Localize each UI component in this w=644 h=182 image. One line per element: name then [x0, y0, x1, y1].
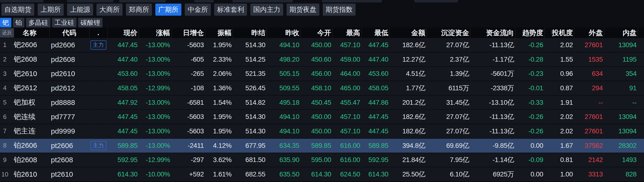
- cell-locked-funds: 31.45亿: [426, 98, 470, 107]
- table-row-pd9999[interactable]: 7钯主连pd9999447.45-13.00%-56031.95%514.304…: [0, 124, 644, 138]
- table-row-pd2606[interactable]: 1钯2606pd2606主力447.45-13.00%-56031.95%514…: [0, 38, 644, 52]
- cell-inner-vol: 828: [604, 171, 638, 178]
- exchange-tab-10[interactable]: 期货指数: [323, 3, 356, 16]
- variety-tab-3[interactable]: 工业硅: [52, 18, 76, 27]
- exchange-tab-4[interactable]: 郑商所: [126, 3, 152, 16]
- cell-turnover: 394.8亿: [390, 141, 426, 150]
- cell-change-pct: -10.00%: [139, 171, 171, 178]
- cell-price: 447.45: [107, 41, 139, 49]
- table-row-pt2610[interactable]: 10铂2610pt2610614.30-10.00%+5921.61%682.5…: [0, 167, 644, 181]
- cell-open: 450.60: [300, 56, 332, 63]
- cell-open: 450.45: [300, 99, 332, 106]
- variety-tab-2[interactable]: 多晶硅: [26, 18, 50, 27]
- table-row-pd2610[interactable]: 3钯2610pd2610453.60-13.00%-2652.06%521.35…: [0, 67, 644, 81]
- col-header-price[interactable]: 现价: [107, 28, 139, 38]
- restore-button[interactable]: 还原: [0, 28, 14, 37]
- col-header-main-flag[interactable]: .: [89, 28, 107, 38]
- cell-outer-vol: 294: [574, 84, 604, 92]
- exchange-tab-3[interactable]: 大商所: [96, 3, 122, 16]
- partial-widget: [194, 0, 214, 2]
- cell-code: pd7777: [50, 113, 89, 121]
- cell-price: 592.95: [107, 156, 139, 164]
- cell-locked-funds: 6115万: [426, 84, 470, 93]
- variety-tab-0[interactable]: 钯: [0, 18, 11, 27]
- cell-inner-vol: 1195: [604, 56, 638, 63]
- cell-oi-change: -297: [171, 156, 205, 164]
- exchange-tab-9[interactable]: 期货夜盘: [286, 3, 319, 16]
- cell-locked-funds: 69.69亿: [426, 141, 470, 150]
- variety-tabbar: 钯铂多晶硅工业硅碳酸锂: [0, 16, 644, 28]
- cell-open: 595.00: [300, 156, 332, 164]
- partial-widget: [232, 0, 293, 2]
- cell-turnover: 182.6亿: [390, 112, 426, 121]
- table-row-pd7777[interactable]: 6钯连续pd7777447.45-13.00%-56031.95%514.304…: [0, 110, 644, 124]
- cell-speculation: 2.02: [544, 41, 574, 49]
- cell-outer-vol: 634: [574, 70, 604, 77]
- col-header-inner-vol[interactable]: 内盘: [604, 28, 638, 38]
- cell-prev-settle: 682.55: [233, 171, 266, 178]
- variety-tab-1[interactable]: 铂: [13, 18, 24, 27]
- cell-prev-close: 494.10: [266, 113, 300, 121]
- table-row-pt2608[interactable]: 9铂2608pt2608592.95-12.99%-2973.62%681.50…: [0, 153, 644, 167]
- cell-locked-funds: 27.07亿: [426, 112, 470, 121]
- cell-name: 钯2606: [10, 40, 50, 50]
- col-header-locked-funds[interactable]: 沉淀资金: [426, 28, 470, 38]
- col-header-change-pct[interactable]: 涨幅: [139, 28, 171, 38]
- cell-fund-flow: -11.13亿: [470, 127, 515, 136]
- col-header-speculation[interactable]: 投机度: [544, 28, 574, 38]
- cell-oi-change: -5603: [171, 113, 205, 121]
- cell-outer-vol: 1535: [574, 56, 604, 63]
- cell-prev-close: 494.10: [266, 41, 300, 49]
- exchange-tab-5[interactable]: 广期所: [155, 3, 182, 16]
- cell-seq: 6: [0, 113, 10, 121]
- cell-price: 614.30: [107, 171, 139, 178]
- cell-high: 457.10: [332, 41, 361, 49]
- table-row-pd8888[interactable]: 5钯加权pd8888447.92-13.00%-65811.54%514.824…: [0, 96, 644, 110]
- col-header-high[interactable]: 最高: [332, 28, 361, 38]
- cell-low: 458.05: [361, 84, 390, 92]
- cell-name: 钯加权: [10, 98, 50, 107]
- cell-name: 钯连续: [10, 112, 50, 122]
- partial-widget: [67, 0, 113, 2]
- exchange-tab-0[interactable]: 自选期货: [2, 3, 34, 16]
- col-header-low[interactable]: 最低: [361, 28, 390, 38]
- variety-tab-4[interactable]: 碳酸锂: [78, 18, 102, 27]
- table-row-pd2612[interactable]: 4钯2612pd2612458.05-12.99%-1081.36%526.45…: [0, 81, 644, 95]
- cell-name: 铂2610: [10, 170, 50, 179]
- cell-outer-vol: --: [574, 99, 604, 106]
- cell-name: 铂2606: [10, 141, 50, 151]
- cell-high: 457.10: [332, 127, 361, 135]
- cell-code: pd8888: [50, 98, 89, 107]
- col-header-open[interactable]: 今开: [300, 28, 332, 38]
- col-header-oi-change[interactable]: 日增仓: [171, 28, 205, 38]
- col-header-turnover[interactable]: 金额: [390, 28, 426, 38]
- exchange-tab-2[interactable]: 上能源: [67, 3, 93, 16]
- cell-high: 457.10: [332, 113, 361, 121]
- col-header-fund-flow[interactable]: 资金流向: [470, 28, 515, 38]
- cell-change-pct: -13.00%: [139, 99, 171, 106]
- col-header-trend[interactable]: 趋势度: [515, 28, 544, 38]
- col-header-outer-vol[interactable]: 外盘: [574, 28, 604, 38]
- col-header-code[interactable]: 代码: [50, 28, 89, 38]
- col-header-amplitude[interactable]: 振幅: [205, 28, 233, 38]
- cell-prev-close: 509.55: [266, 84, 300, 92]
- col-header-name[interactable]: 名称: [10, 28, 50, 38]
- cell-trend: 0.00: [515, 142, 544, 150]
- cell-low: 447.45: [361, 113, 390, 121]
- futures-quote-window: 自选期货上期所上能源大商所郑商所广期所中金所标准套利国内主力期货夜盘期货指数 钯…: [0, 0, 644, 182]
- cell-oi-change: -6581: [171, 99, 205, 106]
- cell-main-flag: 主力: [89, 40, 107, 50]
- col-header-prev-close[interactable]: 昨收: [266, 28, 300, 38]
- col-header-prev-settle[interactable]: 昨结: [233, 28, 266, 38]
- cell-change-pct: -13.00%: [139, 113, 171, 121]
- table-row-pd2608[interactable]: 2钯2608pd2608447.40-13.00%-6052.33%514.25…: [0, 52, 644, 66]
- exchange-tab-8[interactable]: 国内主力: [250, 3, 283, 16]
- cell-inner-vol: 28302: [604, 142, 638, 150]
- exchange-tab-6[interactable]: 中金所: [185, 3, 211, 16]
- exchange-tab-1[interactable]: 上期所: [38, 3, 64, 16]
- cell-inner-vol: 13094: [604, 113, 638, 121]
- cell-code: pd2612: [50, 84, 89, 92]
- exchange-tab-7[interactable]: 标准套利: [214, 3, 247, 16]
- table-row-pt2606[interactable]: 8铂2606pt2606主力589.85-13.00%-24114.12%677…: [0, 139, 644, 153]
- cell-outer-vol: 3313: [574, 171, 604, 178]
